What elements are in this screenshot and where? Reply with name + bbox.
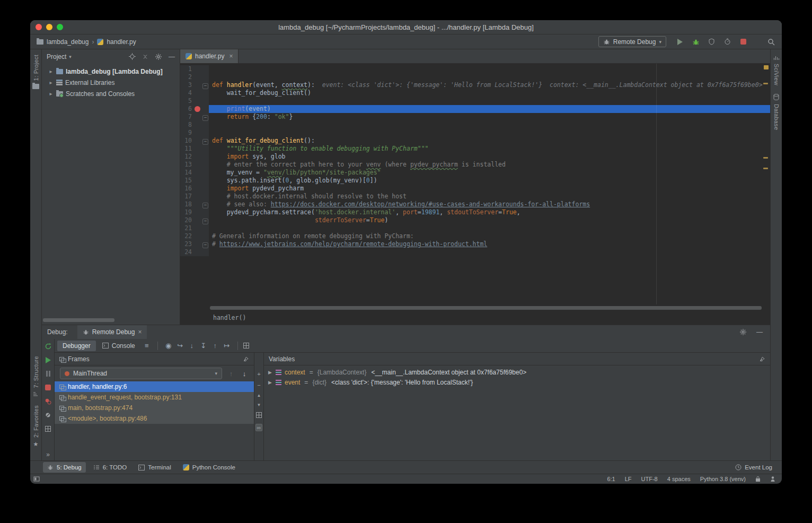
move-up-button[interactable]: ▲	[257, 393, 261, 398]
gutter-cell[interactable]: 23	[180, 240, 209, 248]
pin-icon[interactable]	[243, 356, 249, 362]
breakpoint-slot[interactable]	[194, 121, 202, 129]
code-text[interactable]: print(event)	[209, 105, 770, 113]
code-text[interactable]	[209, 121, 770, 129]
code-line[interactable]: 15 sys.path.insert(0, glob.glob(my_venv)…	[180, 177, 770, 185]
code-line[interactable]: 24	[180, 248, 770, 256]
move-down-button[interactable]: ▼	[257, 403, 261, 407]
editor-tab-handler[interactable]: handler.py ×	[180, 49, 239, 63]
show-watches-button[interactable]	[256, 412, 262, 419]
tab-console[interactable]: Console	[97, 341, 140, 351]
expand-icon[interactable]: ▶	[268, 370, 272, 375]
frame-row[interactable]: <module>, bootstrap.py:486	[55, 413, 254, 424]
project-tree-item[interactable]: ▸Scratches and Consoles	[42, 88, 180, 99]
analysis-mark[interactable]	[763, 157, 768, 159]
coverage-button[interactable]	[707, 37, 716, 46]
code-line[interactable]: 16 import pydevd_pycharm	[180, 185, 770, 193]
analysis-mark[interactable]	[763, 83, 768, 84]
code-text[interactable]	[209, 65, 770, 73]
code-text[interactable]	[209, 248, 770, 256]
resume-button[interactable]	[44, 356, 52, 364]
stripe-item-database[interactable]: Database	[773, 94, 780, 130]
status-item[interactable]: 6:1	[607, 476, 615, 482]
show-execution-point-button[interactable]: ◉	[163, 342, 174, 350]
breakpoint-slot[interactable]	[194, 97, 202, 105]
breakpoint-slot[interactable]	[194, 137, 202, 145]
hide-panel-button[interactable]: —	[756, 328, 763, 336]
code-line[interactable]: 7 return {200: "ok"}	[180, 113, 770, 121]
code-text[interactable]: my_venv = "venv/lib/python*/site-package…	[209, 169, 770, 177]
code-line[interactable]: 21	[180, 224, 770, 232]
gutter-cell[interactable]: 16	[180, 185, 209, 193]
code-text[interactable]: wait_for_debug_client()	[209, 89, 770, 97]
code-text[interactable]: import sys, glob	[209, 153, 770, 161]
stop-button[interactable]	[739, 37, 748, 46]
gutter-cell[interactable]: 18	[180, 201, 209, 208]
toolwindow-button-terminal[interactable]: Terminal	[134, 462, 175, 473]
gutter-cell[interactable]: 22	[180, 232, 209, 240]
code-line[interactable]: 20 stderrToServer=True)	[180, 216, 770, 224]
code-line[interactable]: 3def handler(event, context): event: <cl…	[180, 81, 770, 89]
project-horizontal-scrollbar[interactable]	[43, 318, 114, 322]
more-options-button[interactable]: »	[46, 451, 50, 458]
breadcrumb-item[interactable]: lambda_debug	[47, 38, 89, 46]
status-item[interactable]: UTF-8	[641, 476, 658, 482]
profiler-button[interactable]	[723, 37, 732, 46]
close-window-button[interactable]	[36, 24, 42, 30]
variable-row[interactable]: ▶context={LambdaContext}<__main__.Lambda…	[264, 367, 770, 377]
fold-marker-icon[interactable]	[202, 81, 209, 89]
gutter-cell[interactable]: 17	[180, 193, 209, 201]
project-tree-item[interactable]: ▸External Libraries	[42, 77, 180, 88]
code-text[interactable]: pydevd_pycharm.settrace('host.docker.int…	[209, 208, 770, 216]
code-line[interactable]: 1	[180, 65, 770, 73]
watch-return-values-toggle[interactable]: ∞	[255, 424, 263, 431]
breakpoint-slot[interactable]	[194, 201, 202, 208]
view-breakpoints-button[interactable]	[44, 397, 52, 405]
breakpoint-slot[interactable]	[194, 153, 202, 161]
chevron-down-icon[interactable]: ▾	[69, 54, 72, 59]
code-line[interactable]: 14 my_venv = "venv/lib/python*/site-pack…	[180, 169, 770, 177]
breakpoint-slot[interactable]	[194, 113, 202, 121]
code-line[interactable]: 13 # enter the correct path here to your…	[180, 161, 770, 169]
code-text[interactable]: # General information on remote debuggin…	[209, 232, 770, 240]
code-line[interactable]: 5	[180, 97, 770, 105]
tab-debugger[interactable]: Debugger	[57, 341, 96, 351]
toolwindow-toggle-icon[interactable]	[33, 476, 40, 482]
project-header-title[interactable]: Project	[47, 53, 66, 60]
add-watch-button[interactable]: +	[257, 371, 260, 377]
code-text[interactable]: stderrToServer=True)	[209, 216, 770, 224]
breakpoint-slot[interactable]	[194, 105, 202, 113]
code-line[interactable]: 12 import sys, glob	[180, 153, 770, 161]
readonly-lock-icon[interactable]	[755, 476, 761, 482]
gutter-cell[interactable]: 14	[180, 169, 209, 177]
code-line[interactable]: 18 # see also: https://docs.docker.com/d…	[180, 201, 770, 208]
breakpoint-slot[interactable]	[194, 232, 202, 240]
status-item[interactable]: 4 spaces	[667, 476, 691, 482]
breakpoint-slot[interactable]	[194, 65, 202, 73]
breakpoint-slot[interactable]	[194, 81, 202, 89]
minimize-window-button[interactable]	[46, 24, 52, 30]
stripe-item-sciview[interactable]: SciView	[773, 55, 780, 85]
thread-select[interactable]: MainThread ▾	[60, 368, 222, 379]
breakpoint-icon[interactable]	[195, 106, 200, 112]
gutter-cell[interactable]: 3	[180, 81, 209, 89]
code-text[interactable]: import pydevd_pycharm	[209, 185, 770, 193]
status-item[interactable]: Python 3.8 (venv)	[700, 476, 746, 482]
expand-icon[interactable]: ▶	[268, 380, 272, 385]
code-text[interactable]	[209, 97, 770, 105]
code-text[interactable]: return {200: "ok"}	[209, 113, 770, 121]
hide-panel-button[interactable]: —	[169, 53, 175, 60]
fold-marker-icon[interactable]	[202, 137, 209, 145]
stop-button[interactable]	[44, 383, 52, 391]
code-line[interactable]: 10def wait_for_debug_client():	[180, 137, 770, 145]
gutter-cell[interactable]: 5	[180, 97, 209, 105]
code-line[interactable]: 8	[180, 121, 770, 129]
frame-down-button[interactable]: ↓	[240, 370, 249, 378]
gutter-cell[interactable]: 2	[180, 73, 209, 81]
restore-layout-button[interactable]	[44, 425, 52, 433]
breakpoint-slot[interactable]	[194, 129, 202, 137]
breadcrumb-item[interactable]: handler.py	[107, 38, 136, 46]
gutter-cell[interactable]: 15	[180, 177, 209, 185]
close-icon[interactable]: ×	[229, 53, 233, 60]
variable-row[interactable]: ▶event={dict}<class 'dict'>: {'message':…	[264, 377, 770, 387]
